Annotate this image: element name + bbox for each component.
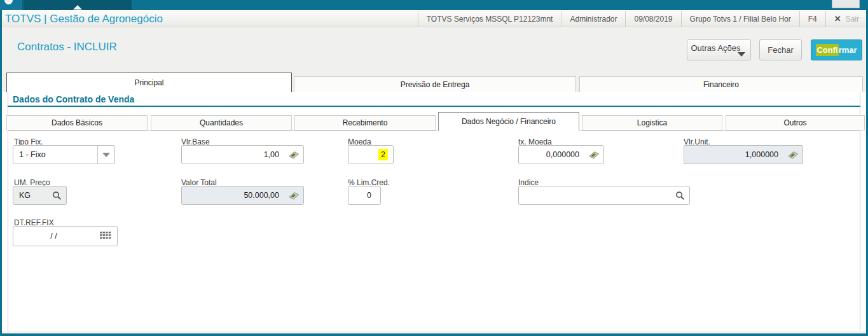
company-branch[interactable]: Grupo Totvs 1 / Filial Belo Hor (682, 15, 799, 24)
page-header: Contratos - INCLUIR Outras Ações Fechar … (2, 28, 866, 72)
main-tabs: Principal Previsão de Entrega Financeiro (2, 72, 866, 92)
tipo-fix-value: 1 - Fixo (13, 150, 97, 159)
indice-input[interactable] (518, 186, 690, 205)
vlr-unit-input: 1,000000 (684, 145, 803, 164)
logout-label: Sair (846, 15, 859, 24)
app-title: TOTVS | Gestão de Agronegócio (0, 13, 163, 25)
section-divider (8, 106, 860, 107)
f4-shortcut[interactable]: F4 (800, 15, 825, 24)
calculator-icon[interactable] (284, 150, 303, 160)
lim-cred-input[interactable]: 0 (348, 186, 381, 205)
um-preco-value: KG (13, 191, 47, 200)
logo-circle-icon (4, 0, 13, 4)
vlr-base-value: 1,00 (182, 150, 284, 159)
tab-financeiro[interactable]: Financeiro (579, 76, 863, 92)
subtab-dados-basicos[interactable]: Dados Básicos (6, 115, 148, 130)
tab-principal[interactable]: Principal (6, 73, 292, 92)
dt-ref-fix-value: / / (13, 232, 94, 241)
calculator-icon[interactable] (284, 191, 303, 200)
environment-info: TOTVS Serviços MSSQL P12123mnt (418, 15, 561, 24)
top-strip (0, 0, 868, 10)
calculator-icon[interactable] (783, 150, 803, 160)
search-icon[interactable] (47, 191, 66, 200)
subtab-recebimento[interactable]: Recebimento (294, 115, 436, 130)
fechar-label: Fechar (768, 45, 793, 55)
window-left-border (0, 10, 2, 336)
close-icon: ✕ (834, 14, 841, 24)
top-right-widget[interactable] (832, 0, 860, 8)
current-date: 09/08/2019 (626, 15, 680, 24)
confirmar-button[interactable]: Confirmar (811, 39, 862, 60)
outras-acoes-button[interactable]: Outras Ações (687, 39, 751, 60)
fechar-button[interactable]: Fechar (759, 39, 802, 60)
tipo-fix-select[interactable]: 1 - Fixo (13, 145, 115, 164)
valor-total-value: 50.000,00 (182, 191, 284, 200)
window-bottom-border (0, 333, 868, 336)
calculator-icon[interactable] (584, 150, 603, 160)
um-preco-input[interactable]: KG (13, 186, 67, 205)
tab-arrow-icon (73, 5, 82, 10)
tipo-fix-dropdown-button[interactable] (97, 146, 114, 164)
confirmar-label-rest: rmar (839, 45, 857, 55)
subtab-outros[interactable]: Outros (726, 115, 865, 130)
tab-previsao-de-entrega[interactable]: Previsão de Entrega (294, 76, 576, 92)
browser-tab[interactable] (24, 0, 132, 10)
app-header-info: TOTVS Serviços MSSQL P12123mnt Administr… (418, 11, 868, 27)
subtab-quantidades[interactable]: Quantidades (151, 115, 292, 130)
moeda-input[interactable]: 2 (348, 145, 394, 164)
subtab-dados-negocio-financeiro[interactable]: Dados Negócio / Financeiro (438, 112, 579, 131)
panel-top-border (8, 130, 860, 131)
dt-ref-fix-input[interactable]: / / (13, 226, 118, 246)
vlr-base-input[interactable]: 1,00 (181, 145, 304, 164)
logout-button[interactable]: ✕ Sair (826, 14, 868, 24)
calendar-icon[interactable] (94, 232, 117, 241)
subtab-logistica[interactable]: Logistica (582, 115, 722, 130)
search-icon[interactable] (670, 191, 689, 200)
app-logo[interactable] (0, 0, 23, 10)
app-header-bar: TOTVS | Gestão de Agronegócio TOTVS Serv… (0, 10, 868, 27)
moeda-value: 2 (378, 149, 388, 160)
section-title: Dados do Contrato de Venda (13, 94, 134, 104)
chevron-down-icon (738, 52, 745, 57)
tx-moeda-input[interactable]: 0,000000 (518, 145, 604, 164)
tx-moeda-value: 0,000000 (519, 150, 584, 159)
lim-cred-value: 0 (348, 191, 380, 200)
valor-total-input: 50.000,00 (181, 186, 304, 205)
vlr-unit-value: 1,000000 (684, 150, 783, 159)
confirmar-label-highlight: Confi (816, 44, 838, 56)
chevron-down-icon (102, 153, 110, 157)
page-title: Contratos - INCLUIR (17, 41, 117, 53)
user-name: Administrador (561, 15, 625, 24)
